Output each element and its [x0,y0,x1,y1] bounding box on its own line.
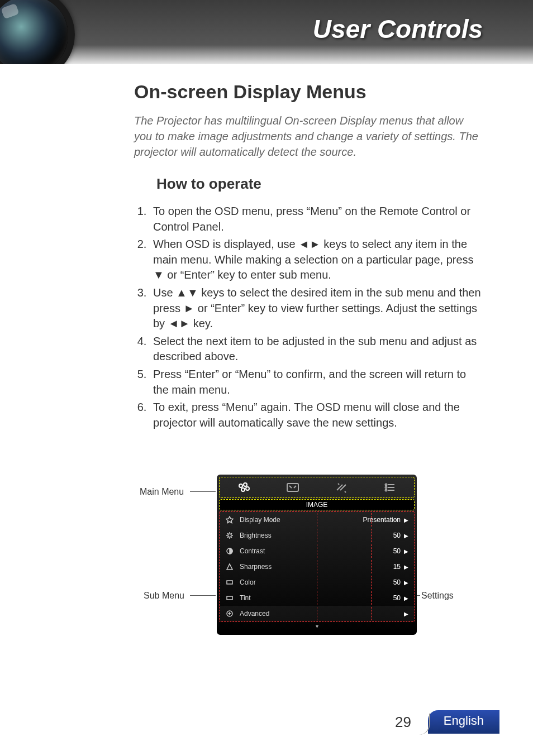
label-line [190,595,216,596]
gear-icon [225,531,234,540]
step-item: Select the next item to be adjusted in t… [150,334,483,365]
svg-point-1 [244,483,247,486]
osd-panel: IMAGE Display Mode Presentation ▶ Bright… [217,475,417,635]
label-sub-menu: Sub Menu [144,591,184,601]
osd-footer-arrow: ▾ [219,622,415,629]
palette-icon [233,480,255,495]
step-item: Press “Enter” or “Menu” to confirm, and … [150,367,483,398]
section-title: On-screen Display Menus [134,81,483,103]
osd-row: Contrast 50 ▶ [220,543,414,559]
language-tab: English [428,710,499,734]
rect-icon [225,578,234,587]
page-number: 29 [395,714,411,731]
contrast-icon [225,547,234,556]
page-footer: 29 English [395,710,499,734]
osd-row-label: Advanced [240,610,401,618]
step-item: Use ▲▼ keys to select the desired item i… [150,285,483,332]
lens-graphic [0,0,75,64]
svg-point-11 [228,534,231,537]
osd-row-value: 50 [393,532,401,539]
svg-point-9 [385,490,387,491]
step-item: To exit, press “Menu” again. The OSD men… [150,400,483,430]
svg-rect-4 [287,484,298,491]
chevron-right-icon: ▶ [404,533,408,539]
chevron-right-icon: ▶ [404,564,408,570]
step-item: To open the OSD menu, press “Menu” on th… [150,204,483,235]
osd-row-value: 15 [393,563,401,571]
osd-row-value: 50 [393,547,401,555]
header-band: User Controls [0,0,533,64]
svg-point-7 [385,487,387,489]
chevron-right-icon: ▶ [404,611,408,617]
options-icon [379,480,401,495]
svg-point-5 [385,484,387,486]
chevron-right-icon: ▶ [404,595,408,601]
svg-point-0 [239,484,242,487]
content: On-screen Display Menus The Projector ha… [0,64,533,430]
label-main-menu: Main Menu [140,487,184,497]
chevron-right-icon: ▶ [404,517,408,523]
osd-list: Display Mode Presentation ▶ Brightness 5… [219,511,415,622]
osd-row-value: 50 [393,578,401,586]
osd-row: Tint 50 ▶ [220,590,414,606]
osd-tabs [219,477,415,498]
rect-icon [225,594,234,602]
svg-point-3 [241,488,245,491]
chevron-right-icon: ▶ [404,580,408,586]
step-item: When OSD is displayed, use ◄► keys to se… [150,237,483,283]
star-icon [225,515,234,524]
steps-list: To open the OSD menu, press “Menu” on th… [134,204,483,430]
label-settings: Settings [421,591,454,601]
chevron-right-icon: ▶ [404,548,408,554]
svg-rect-13 [227,581,232,584]
header-title: User Controls [313,14,483,44]
osd-row: Sharpness 15 ▶ [220,559,414,575]
osd-row: Brightness 50 ▶ [220,528,414,543]
osd-title: IMAGE [219,499,415,510]
howto-title: How to operate [156,175,483,193]
osd-row: Advanced ▶ [220,606,414,621]
intro-text: The Projector has multilingual On-screen… [134,113,483,160]
osd-row-value: Presentation [363,516,401,524]
osd-row: Color 50 ▶ [220,575,414,590]
plus-icon [225,609,234,618]
screen-icon [282,480,304,495]
osd-row-value: 50 [393,594,401,602]
delta-icon [225,562,234,571]
svg-rect-14 [227,596,232,600]
osd-row-label: Display Mode [240,516,363,524]
svg-point-2 [246,487,249,490]
osd-row: Display Mode Presentation ▶ [220,511,414,528]
label-line [190,491,216,492]
tools-icon [330,480,353,495]
